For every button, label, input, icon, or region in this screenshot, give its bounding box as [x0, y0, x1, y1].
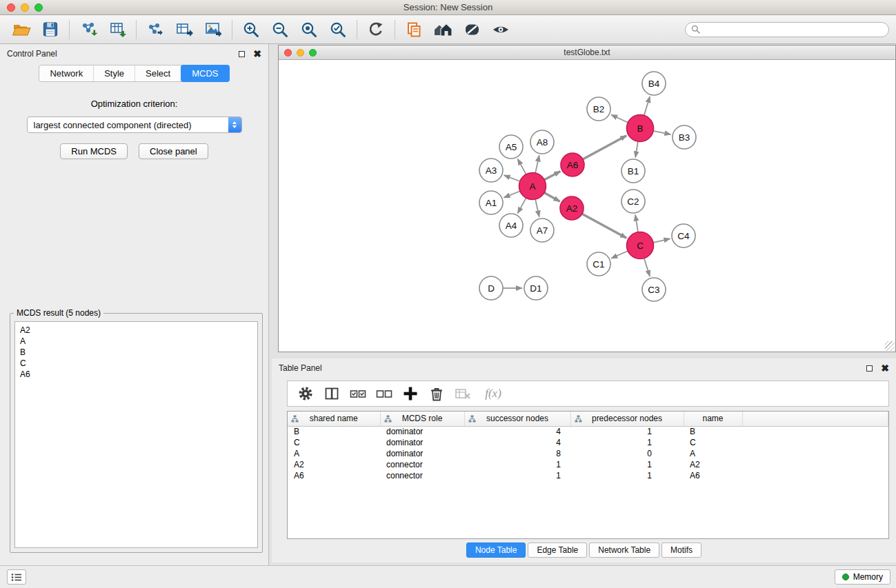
table-cell[interactable]: 1: [464, 459, 570, 470]
unselect-all-button[interactable]: [373, 383, 395, 404]
edge-B-B3[interactable]: [653, 131, 670, 134]
node-B2[interactable]: B2: [587, 97, 610, 121]
export-network-button[interactable]: [141, 18, 170, 41]
close-panel-button[interactable]: Close panel: [139, 143, 208, 159]
node-C2[interactable]: C2: [621, 190, 645, 213]
zoom-selected-button[interactable]: [323, 18, 352, 41]
tab-node-table[interactable]: Node Table: [466, 543, 526, 558]
node-A2[interactable]: A2: [560, 196, 584, 220]
memory-button[interactable]: Memory: [835, 569, 890, 585]
table-settings-button[interactable]: [295, 383, 317, 404]
import-network-button[interactable]: [74, 18, 103, 41]
table-cell[interactable]: 8: [464, 448, 570, 459]
table-cell[interactable]: 4: [464, 437, 570, 448]
close-window-icon[interactable]: [7, 3, 15, 12]
edge-A6-B[interactable]: [583, 136, 626, 159]
result-item[interactable]: A2: [20, 325, 252, 336]
zoom-out-button[interactable]: [266, 18, 295, 41]
zoom-in-button[interactable]: [237, 18, 266, 41]
zoom-window-icon[interactable]: [34, 3, 43, 12]
result-item[interactable]: A: [20, 336, 252, 347]
edge-A-A8[interactable]: [535, 156, 539, 173]
edge-A-A6[interactable]: [544, 171, 560, 179]
close-panel-icon[interactable]: ✖: [253, 49, 261, 59]
column-header-successor-nodes[interactable]: successor nodes: [464, 412, 570, 426]
select-all-button[interactable]: [347, 383, 369, 404]
close-table-panel-icon[interactable]: ✖: [881, 363, 889, 373]
resize-grip[interactable]: [885, 341, 895, 351]
clone-network-button[interactable]: [399, 18, 428, 41]
save-session-button[interactable]: [36, 18, 65, 41]
table-cell[interactable]: A: [684, 448, 742, 459]
table-cell[interactable]: connector: [380, 459, 464, 470]
tab-edge-table[interactable]: Edge Table: [528, 543, 587, 558]
table-cell[interactable]: 4: [464, 426, 570, 437]
table-cell[interactable]: C: [288, 437, 380, 448]
edge-A-A1[interactable]: [504, 191, 520, 197]
network-window-titlebar[interactable]: testGlobe.txt: [279, 45, 895, 60]
edge-C-C3[interactable]: [644, 258, 650, 276]
welcome-screen-button[interactable]: [428, 18, 457, 41]
table-cell[interactable]: 0: [570, 448, 684, 459]
edge-C-C1[interactable]: [611, 251, 628, 258]
show-columns-button[interactable]: [321, 383, 343, 404]
edge-C-C2[interactable]: [635, 215, 638, 232]
node-D[interactable]: D: [479, 276, 503, 300]
node-A4[interactable]: A4: [499, 214, 523, 237]
refresh-button[interactable]: [361, 18, 390, 41]
result-item[interactable]: B: [20, 347, 252, 358]
edge-A2-C[interactable]: [582, 214, 626, 238]
result-item[interactable]: A6: [20, 369, 252, 380]
table-cell[interactable]: 1: [570, 426, 684, 437]
table-cell[interactable]: A2: [288, 459, 380, 470]
column-header-shared-name[interactable]: shared name: [288, 412, 380, 426]
table-cell[interactable]: A2: [684, 459, 742, 470]
node-A3[interactable]: A3: [479, 159, 503, 182]
table-cell[interactable]: 1: [570, 437, 684, 448]
table-cell[interactable]: dominator: [380, 437, 464, 448]
delete-column-button[interactable]: [426, 383, 448, 404]
node-C[interactable]: C: [627, 232, 654, 259]
tab-network[interactable]: Network: [39, 65, 94, 81]
table-row[interactable]: A6connector11A6: [288, 470, 888, 481]
run-mcds-button[interactable]: Run MCDS: [60, 143, 128, 159]
table-row[interactable]: Adominator80A: [288, 448, 888, 459]
table-cell[interactable]: A: [288, 448, 380, 459]
node-A6[interactable]: A6: [561, 153, 584, 176]
delete-table-button[interactable]: [452, 383, 474, 404]
edge-B-B1[interactable]: [635, 141, 638, 157]
import-table-button[interactable]: [103, 18, 132, 41]
edge-B-B4[interactable]: [644, 97, 650, 115]
float-table-panel-icon[interactable]: [866, 365, 873, 372]
apply-function-button[interactable]: f(x): [478, 383, 508, 404]
export-image-button[interactable]: [199, 18, 228, 41]
table-row[interactable]: A2connector11A2: [288, 459, 888, 470]
node-C1[interactable]: C1: [587, 252, 610, 276]
tab-network-table[interactable]: Network Table: [589, 543, 659, 558]
table-cell[interactable]: B: [288, 426, 380, 437]
edge-B-B2[interactable]: [611, 114, 628, 122]
edge-A-A4[interactable]: [518, 198, 526, 213]
node-B[interactable]: B: [627, 115, 654, 142]
optimization-select[interactable]: largest connected component (directed): [27, 116, 242, 133]
show-details-button[interactable]: [486, 18, 515, 41]
show-panels-button[interactable]: [7, 569, 26, 585]
style-toggle-button[interactable]: [457, 18, 486, 41]
tab-mcds[interactable]: MCDS: [181, 65, 229, 82]
edge-A-A2[interactable]: [544, 193, 560, 202]
node-C4[interactable]: C4: [672, 224, 695, 247]
tab-select[interactable]: Select: [135, 65, 181, 81]
network-close-icon[interactable]: [284, 49, 292, 57]
column-header-predecessor-nodes[interactable]: predecessor nodes: [570, 412, 684, 426]
minimize-window-icon[interactable]: [21, 3, 29, 12]
table-cell[interactable]: connector: [380, 470, 464, 481]
search-box[interactable]: [685, 22, 889, 37]
zoom-fit-button[interactable]: [295, 18, 323, 41]
float-panel-icon[interactable]: [239, 51, 245, 57]
node-B1[interactable]: B1: [621, 159, 645, 183]
node-A5[interactable]: A5: [499, 135, 523, 159]
table-cell[interactable]: A6: [288, 470, 380, 481]
node-D1[interactable]: D1: [524, 276, 548, 300]
table-cell[interactable]: 1: [464, 470, 570, 481]
export-table-button[interactable]: [170, 18, 199, 41]
